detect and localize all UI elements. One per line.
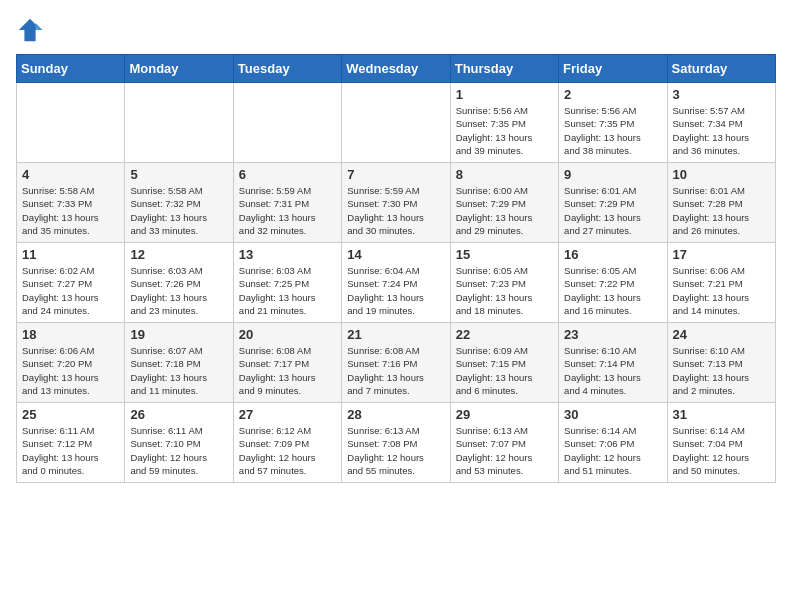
logo — [16, 16, 48, 44]
day-info: Sunrise: 6:14 AMSunset: 7:04 PMDaylight:… — [673, 424, 770, 477]
day-number: 5 — [130, 167, 227, 182]
svg-marker-1 — [36, 23, 43, 30]
day-info: Sunrise: 5:56 AMSunset: 7:35 PMDaylight:… — [456, 104, 553, 157]
day-info: Sunrise: 6:14 AMSunset: 7:06 PMDaylight:… — [564, 424, 661, 477]
day-number: 16 — [564, 247, 661, 262]
calendar-cell: 28Sunrise: 6:13 AMSunset: 7:08 PMDayligh… — [342, 403, 450, 483]
week-row-1: 1Sunrise: 5:56 AMSunset: 7:35 PMDaylight… — [17, 83, 776, 163]
calendar-cell: 9Sunrise: 6:01 AMSunset: 7:29 PMDaylight… — [559, 163, 667, 243]
calendar-cell: 12Sunrise: 6:03 AMSunset: 7:26 PMDayligh… — [125, 243, 233, 323]
day-info: Sunrise: 6:06 AMSunset: 7:21 PMDaylight:… — [673, 264, 770, 317]
day-info: Sunrise: 5:58 AMSunset: 7:33 PMDaylight:… — [22, 184, 119, 237]
calendar-cell: 21Sunrise: 6:08 AMSunset: 7:16 PMDayligh… — [342, 323, 450, 403]
week-row-2: 4Sunrise: 5:58 AMSunset: 7:33 PMDaylight… — [17, 163, 776, 243]
calendar-cell: 24Sunrise: 6:10 AMSunset: 7:13 PMDayligh… — [667, 323, 775, 403]
calendar-cell: 17Sunrise: 6:06 AMSunset: 7:21 PMDayligh… — [667, 243, 775, 323]
calendar-cell: 15Sunrise: 6:05 AMSunset: 7:23 PMDayligh… — [450, 243, 558, 323]
day-number: 23 — [564, 327, 661, 342]
weekday-header-thursday: Thursday — [450, 55, 558, 83]
day-number: 15 — [456, 247, 553, 262]
weekday-header-wednesday: Wednesday — [342, 55, 450, 83]
day-info: Sunrise: 6:08 AMSunset: 7:17 PMDaylight:… — [239, 344, 336, 397]
day-info: Sunrise: 6:05 AMSunset: 7:22 PMDaylight:… — [564, 264, 661, 317]
weekday-header-row: SundayMondayTuesdayWednesdayThursdayFrid… — [17, 55, 776, 83]
calendar-cell: 26Sunrise: 6:11 AMSunset: 7:10 PMDayligh… — [125, 403, 233, 483]
calendar-cell: 31Sunrise: 6:14 AMSunset: 7:04 PMDayligh… — [667, 403, 775, 483]
day-number: 27 — [239, 407, 336, 422]
day-info: Sunrise: 6:09 AMSunset: 7:15 PMDaylight:… — [456, 344, 553, 397]
day-info: Sunrise: 6:10 AMSunset: 7:14 PMDaylight:… — [564, 344, 661, 397]
week-row-4: 18Sunrise: 6:06 AMSunset: 7:20 PMDayligh… — [17, 323, 776, 403]
day-number: 2 — [564, 87, 661, 102]
day-number: 11 — [22, 247, 119, 262]
weekday-header-sunday: Sunday — [17, 55, 125, 83]
calendar-cell — [342, 83, 450, 163]
calendar-cell: 25Sunrise: 6:11 AMSunset: 7:12 PMDayligh… — [17, 403, 125, 483]
day-info: Sunrise: 6:05 AMSunset: 7:23 PMDaylight:… — [456, 264, 553, 317]
day-number: 13 — [239, 247, 336, 262]
day-number: 29 — [456, 407, 553, 422]
day-info: Sunrise: 6:12 AMSunset: 7:09 PMDaylight:… — [239, 424, 336, 477]
day-number: 4 — [22, 167, 119, 182]
day-number: 18 — [22, 327, 119, 342]
day-info: Sunrise: 5:56 AMSunset: 7:35 PMDaylight:… — [564, 104, 661, 157]
day-info: Sunrise: 5:59 AMSunset: 7:30 PMDaylight:… — [347, 184, 444, 237]
day-number: 17 — [673, 247, 770, 262]
calendar-cell: 10Sunrise: 6:01 AMSunset: 7:28 PMDayligh… — [667, 163, 775, 243]
day-info: Sunrise: 6:11 AMSunset: 7:12 PMDaylight:… — [22, 424, 119, 477]
day-number: 24 — [673, 327, 770, 342]
day-info: Sunrise: 5:59 AMSunset: 7:31 PMDaylight:… — [239, 184, 336, 237]
logo-icon — [16, 16, 44, 44]
day-info: Sunrise: 5:58 AMSunset: 7:32 PMDaylight:… — [130, 184, 227, 237]
week-row-3: 11Sunrise: 6:02 AMSunset: 7:27 PMDayligh… — [17, 243, 776, 323]
day-number: 8 — [456, 167, 553, 182]
day-number: 1 — [456, 87, 553, 102]
day-number: 6 — [239, 167, 336, 182]
calendar-cell: 14Sunrise: 6:04 AMSunset: 7:24 PMDayligh… — [342, 243, 450, 323]
calendar-cell: 13Sunrise: 6:03 AMSunset: 7:25 PMDayligh… — [233, 243, 341, 323]
weekday-header-saturday: Saturday — [667, 55, 775, 83]
calendar-cell: 2Sunrise: 5:56 AMSunset: 7:35 PMDaylight… — [559, 83, 667, 163]
day-info: Sunrise: 6:04 AMSunset: 7:24 PMDaylight:… — [347, 264, 444, 317]
calendar-cell: 20Sunrise: 6:08 AMSunset: 7:17 PMDayligh… — [233, 323, 341, 403]
calendar-cell: 29Sunrise: 6:13 AMSunset: 7:07 PMDayligh… — [450, 403, 558, 483]
day-info: Sunrise: 6:00 AMSunset: 7:29 PMDaylight:… — [456, 184, 553, 237]
day-number: 19 — [130, 327, 227, 342]
calendar-cell: 8Sunrise: 6:00 AMSunset: 7:29 PMDaylight… — [450, 163, 558, 243]
calendar-cell: 30Sunrise: 6:14 AMSunset: 7:06 PMDayligh… — [559, 403, 667, 483]
calendar: SundayMondayTuesdayWednesdayThursdayFrid… — [16, 54, 776, 483]
day-number: 26 — [130, 407, 227, 422]
day-number: 7 — [347, 167, 444, 182]
calendar-cell — [233, 83, 341, 163]
calendar-cell: 1Sunrise: 5:56 AMSunset: 7:35 PMDaylight… — [450, 83, 558, 163]
day-info: Sunrise: 6:11 AMSunset: 7:10 PMDaylight:… — [130, 424, 227, 477]
day-info: Sunrise: 6:06 AMSunset: 7:20 PMDaylight:… — [22, 344, 119, 397]
day-number: 10 — [673, 167, 770, 182]
day-info: Sunrise: 6:01 AMSunset: 7:29 PMDaylight:… — [564, 184, 661, 237]
day-number: 22 — [456, 327, 553, 342]
day-info: Sunrise: 6:13 AMSunset: 7:07 PMDaylight:… — [456, 424, 553, 477]
day-number: 30 — [564, 407, 661, 422]
weekday-header-monday: Monday — [125, 55, 233, 83]
day-info: Sunrise: 6:13 AMSunset: 7:08 PMDaylight:… — [347, 424, 444, 477]
calendar-cell — [125, 83, 233, 163]
calendar-cell: 22Sunrise: 6:09 AMSunset: 7:15 PMDayligh… — [450, 323, 558, 403]
day-number: 21 — [347, 327, 444, 342]
calendar-cell: 4Sunrise: 5:58 AMSunset: 7:33 PMDaylight… — [17, 163, 125, 243]
day-number: 9 — [564, 167, 661, 182]
day-number: 20 — [239, 327, 336, 342]
day-info: Sunrise: 6:07 AMSunset: 7:18 PMDaylight:… — [130, 344, 227, 397]
calendar-cell: 19Sunrise: 6:07 AMSunset: 7:18 PMDayligh… — [125, 323, 233, 403]
day-info: Sunrise: 6:03 AMSunset: 7:26 PMDaylight:… — [130, 264, 227, 317]
day-number: 31 — [673, 407, 770, 422]
day-info: Sunrise: 6:10 AMSunset: 7:13 PMDaylight:… — [673, 344, 770, 397]
day-number: 25 — [22, 407, 119, 422]
day-info: Sunrise: 6:08 AMSunset: 7:16 PMDaylight:… — [347, 344, 444, 397]
day-number: 28 — [347, 407, 444, 422]
calendar-cell: 18Sunrise: 6:06 AMSunset: 7:20 PMDayligh… — [17, 323, 125, 403]
calendar-cell: 11Sunrise: 6:02 AMSunset: 7:27 PMDayligh… — [17, 243, 125, 323]
weekday-header-tuesday: Tuesday — [233, 55, 341, 83]
calendar-cell: 7Sunrise: 5:59 AMSunset: 7:30 PMDaylight… — [342, 163, 450, 243]
calendar-cell: 5Sunrise: 5:58 AMSunset: 7:32 PMDaylight… — [125, 163, 233, 243]
calendar-cell: 16Sunrise: 6:05 AMSunset: 7:22 PMDayligh… — [559, 243, 667, 323]
